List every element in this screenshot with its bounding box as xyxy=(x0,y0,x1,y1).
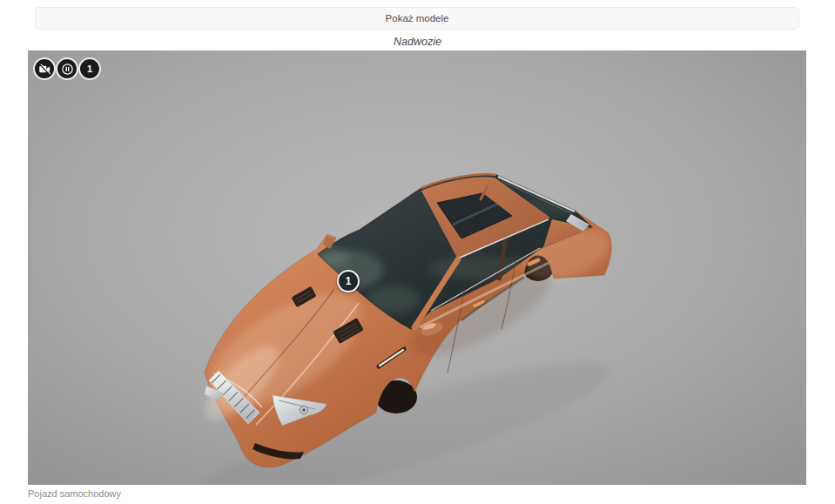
model-caption: Pojazd samochodowy xyxy=(28,488,121,499)
pause-button[interactable] xyxy=(56,57,78,80)
hotspot-marker-1[interactable]: 1 xyxy=(337,270,360,292)
model-title: Nadwozie xyxy=(0,36,835,48)
camera-toggle-button[interactable] xyxy=(33,57,56,80)
viewer-3d-canvas[interactable]: 1 1 xyxy=(28,50,806,485)
show-models-button[interactable]: Pokaż modele xyxy=(35,7,799,30)
car-3d-model xyxy=(28,50,806,485)
videocam-off-icon xyxy=(38,63,51,76)
hotspot-count-label: 1 xyxy=(87,64,92,74)
hotspot-label: 1 xyxy=(346,276,352,286)
pause-icon xyxy=(61,63,74,76)
viewer-toolbar: 1 xyxy=(33,57,101,80)
hotspot-count-button[interactable]: 1 xyxy=(78,57,101,80)
